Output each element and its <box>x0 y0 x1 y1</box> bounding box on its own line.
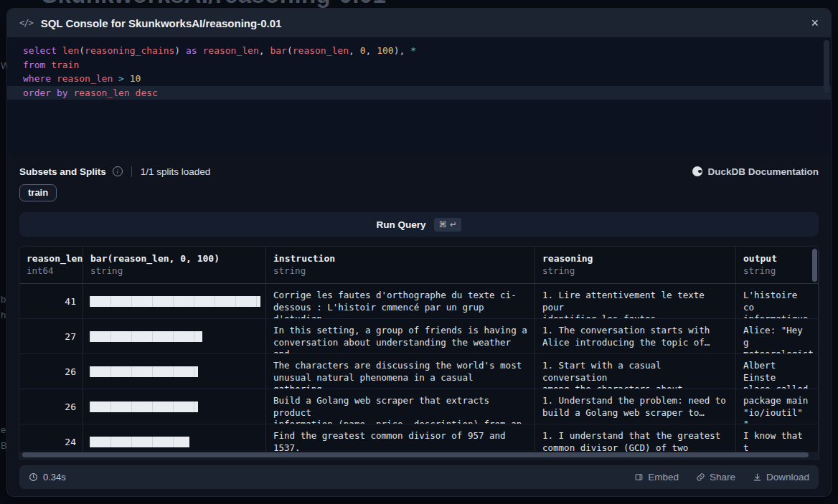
download-label: Download <box>766 472 809 482</box>
bar-visualization <box>90 401 198 412</box>
sql-token-id: bar <box>270 45 286 56</box>
background-text-fragment: h <box>1 310 6 320</box>
table-row[interactable]: 26The characters are discussing the worl… <box>19 354 819 389</box>
execution-time: 0.34s <box>29 472 66 482</box>
clock-icon <box>29 472 38 482</box>
table-horizontal-scrollbar[interactable] <box>19 452 819 459</box>
table-horizontal-scrollbar-thumb[interactable] <box>22 452 809 457</box>
results-table: reason_lenint64bar(reason_len, 0, 100)st… <box>19 247 819 459</box>
cell-output: L'histoire co informatique <box>736 284 819 318</box>
embed-label: Embed <box>648 472 679 482</box>
sql-token-pn <box>51 73 57 84</box>
download-button[interactable]: Download <box>753 472 809 482</box>
sql-code-line[interactable]: where reason_len > 10 <box>7 72 831 86</box>
column-type: int64 <box>27 265 75 276</box>
subsets-label: Subsets and Splits <box>19 166 106 177</box>
cell-output: Alice: "Hey g meteorologist <box>736 319 819 353</box>
cell-reasoning: 1. The conversation starts with Alice in… <box>535 319 736 353</box>
share-label: Share <box>710 472 735 482</box>
bar-visualization <box>90 331 202 342</box>
sql-token-id: reason_len <box>73 87 129 98</box>
sql-token-pn <box>124 73 130 84</box>
column-type: string <box>273 265 527 276</box>
embed-button[interactable]: Embed <box>634 472 679 482</box>
cell-reason-len: 27 <box>19 319 83 353</box>
bar-visualization <box>90 366 198 377</box>
column-header-output[interactable]: outputstring <box>736 247 819 283</box>
cell-instruction: In this setting, a group of friends is h… <box>266 319 535 353</box>
column-type: string <box>542 265 728 276</box>
sql-token-id: train <box>51 60 79 70</box>
column-name: output <box>743 253 811 264</box>
background-text-fragment: b <box>1 294 6 305</box>
table-row[interactable]: 26Build a Golang web scraper that extrac… <box>19 389 819 424</box>
sql-token-pn: ( <box>287 45 293 56</box>
sql-token-id: reason_len <box>293 45 349 56</box>
column-type: string <box>743 265 811 276</box>
close-icon[interactable]: × <box>811 16 819 29</box>
sql-token-kw: where <box>23 73 51 84</box>
sql-token-pn <box>130 87 136 98</box>
column-name: bar(reason_len, 0, 100) <box>90 253 258 264</box>
splits-row: train <box>19 184 819 201</box>
cell-reason-len: 26 <box>19 389 83 424</box>
sql-token-pn: ( <box>79 45 85 56</box>
sql-token-kw: by <box>57 87 68 98</box>
editor-scrollbar[interactable] <box>824 40 829 149</box>
table-row[interactable]: 41Corrige les fautes d'orthographe du te… <box>19 284 819 319</box>
info-icon[interactable]: i <box>113 166 123 176</box>
column-header-instruction[interactable]: instructionstring <box>266 247 535 283</box>
sql-code-line[interactable]: order by reason_len desc <box>7 86 831 100</box>
cell-bar <box>83 389 266 424</box>
column-header-bar-reason-len-0-100-[interactable]: bar(reason_len, 0, 100)string <box>83 247 266 283</box>
sql-token-pn: , <box>366 45 377 56</box>
background-text-fragment: B <box>1 440 7 451</box>
split-chip-train[interactable]: train <box>19 184 57 201</box>
background-page-title: SkunkworksAI/reasoning-0.01 <box>42 0 386 9</box>
duckdb-logo-icon <box>692 166 702 176</box>
sql-token-num: 0 <box>360 45 366 56</box>
sql-token-id: reason_len <box>57 73 113 84</box>
table-vertical-scrollbar-thumb[interactable] <box>812 249 817 282</box>
sql-code-line[interactable]: select len(reasoning_chains) as reason_l… <box>7 44 831 58</box>
column-type: string <box>90 265 258 276</box>
cell-instruction: The characters are discussing the world'… <box>266 354 535 389</box>
table-body: 41Corrige les fautes d'orthographe du te… <box>19 284 819 459</box>
cell-bar <box>83 354 266 389</box>
divider <box>131 166 132 177</box>
share-link-icon <box>696 472 705 482</box>
sql-token-pn <box>180 45 186 56</box>
column-name: reasoning <box>542 253 728 264</box>
column-name: instruction <box>273 253 527 264</box>
cell-bar <box>83 284 266 318</box>
sql-console-modal: </> SQL Console for SkunkworksAI/reasoni… <box>7 9 831 496</box>
run-query-label: Run Query <box>377 219 426 230</box>
sql-token-pn: ), <box>394 45 410 56</box>
table-row[interactable]: 27In this setting, a group of friends is… <box>19 319 819 354</box>
column-name: reason_len <box>27 253 75 264</box>
sql-token-id: reasoning_chains <box>85 45 174 56</box>
code-icon: </> <box>19 18 33 28</box>
cell-bar <box>83 319 266 353</box>
run-query-button[interactable]: Run Query ⌘ ↵ <box>19 212 819 237</box>
sql-token-id: len <box>62 45 79 56</box>
column-header-reason-len[interactable]: reason_lenint64 <box>19 247 83 283</box>
duckdb-documentation-link[interactable]: DuckDB Documentation <box>692 166 819 177</box>
sql-token-pn <box>57 45 62 56</box>
editor-scrollbar-thumb[interactable] <box>824 40 829 93</box>
cell-reasoning: 1. Lire attentivement le texte pour iden… <box>535 284 736 318</box>
sql-token-id: reason_len <box>202 45 258 56</box>
table-header: reason_lenint64bar(reason_len, 0, 100)st… <box>19 247 819 284</box>
sql-editor[interactable]: select len(reasoning_chains) as reason_l… <box>7 37 831 154</box>
column-header-reasoning[interactable]: reasoningstring <box>535 247 736 283</box>
sql-token-num: 10 <box>130 73 141 84</box>
share-button[interactable]: Share <box>696 472 735 482</box>
sql-token-pn: ) <box>174 45 180 56</box>
sql-token-kw: as <box>186 45 197 56</box>
cell-output: package main "io/ioutil" " <box>736 389 819 424</box>
sql-token-op: > <box>118 73 124 84</box>
sql-code-line[interactable]: from train <box>7 58 831 72</box>
cell-reasoning: 1. Start with a casual conversation amon… <box>535 354 736 389</box>
cell-output: Albert Einste place called <box>736 354 819 389</box>
sql-token-kw: from <box>23 60 45 70</box>
